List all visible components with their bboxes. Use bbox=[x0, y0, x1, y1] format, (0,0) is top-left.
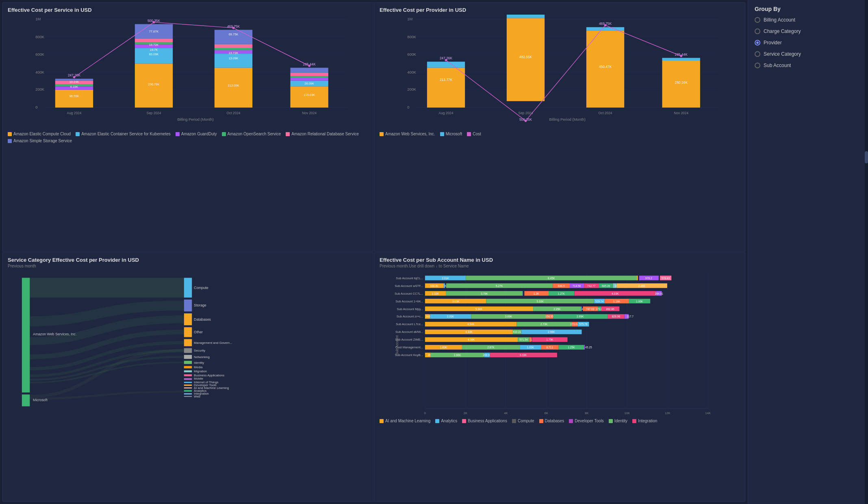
svg-point-95 bbox=[525, 120, 527, 122]
svg-rect-99 bbox=[22, 278, 30, 392]
svg-rect-90 bbox=[662, 58, 700, 61]
svg-text:685.26: 685.26 bbox=[602, 285, 610, 287]
legend-ec2-color bbox=[8, 132, 12, 136]
svg-text:Databases: Databases bbox=[194, 317, 211, 322]
svg-text:600K: 600K bbox=[407, 52, 417, 56]
legend-cost: Cost bbox=[467, 132, 481, 136]
svg-rect-131 bbox=[184, 387, 192, 389]
radio-billing-account[interactable]: Billing Account bbox=[755, 17, 861, 23]
radio-billing-account-circle[interactable] bbox=[755, 17, 760, 23]
svg-text:2.01K: 2.01K bbox=[442, 277, 449, 280]
svg-rect-49 bbox=[291, 78, 328, 81]
svg-text:Other: Other bbox=[194, 330, 203, 334]
svg-text:529.74: 529.74 bbox=[595, 300, 604, 303]
legend-eks: Amazon Elastic Container Service for Kub… bbox=[76, 132, 171, 136]
svg-text:0: 0 bbox=[35, 105, 37, 109]
radio-service-category-label: Service Category bbox=[764, 51, 801, 57]
scroll-indicator[interactable] bbox=[865, 0, 868, 504]
svg-rect-113 bbox=[184, 348, 192, 353]
svg-point-57 bbox=[73, 76, 76, 78]
radio-provider-circle[interactable] bbox=[755, 40, 760, 46]
svg-text:846.5: 846.5 bbox=[558, 285, 565, 287]
svg-text:213.77K: 213.77K bbox=[440, 78, 453, 82]
svg-rect-125 bbox=[184, 378, 192, 380]
svg-rect-47 bbox=[291, 86, 328, 107]
legend-s3: Amazon Simple Storage Service bbox=[8, 139, 72, 143]
svg-text:Oct 2024: Oct 2024 bbox=[227, 111, 241, 115]
legend-rds-label: Amazon Relational Database Service bbox=[291, 132, 359, 136]
svg-rect-129 bbox=[184, 385, 192, 386]
svg-text:Nov 2024: Nov 2024 bbox=[302, 111, 317, 115]
svg-text:1.75K: 1.75K bbox=[546, 338, 553, 341]
legend-cost-color bbox=[467, 132, 471, 136]
scroll-thumb[interactable] bbox=[865, 151, 868, 163]
svg-rect-36 bbox=[215, 54, 252, 68]
svg-text:976.2: 976.2 bbox=[645, 277, 652, 280]
svg-text:2.73K: 2.73K bbox=[540, 323, 548, 326]
radio-sub-account-circle[interactable] bbox=[755, 63, 760, 68]
svg-text:Sub Account HuyB...: Sub Account HuyB... bbox=[395, 353, 423, 357]
svg-text:Billing Period (Month): Billing Period (Month) bbox=[178, 117, 214, 122]
svg-rect-74 bbox=[427, 68, 465, 108]
svg-text:5.27K: 5.27K bbox=[496, 285, 503, 287]
svg-text:Aug 2024: Aug 2024 bbox=[67, 111, 82, 115]
svg-point-96 bbox=[604, 24, 607, 26]
svg-text:742.77: 742.77 bbox=[587, 285, 596, 287]
svg-text:1.06K: 1.06K bbox=[636, 300, 643, 303]
svg-text:77.87K: 77.87K bbox=[149, 30, 159, 33]
legend-compute-label: Compute bbox=[518, 419, 534, 423]
svg-rect-50 bbox=[291, 76, 328, 78]
svg-text:575.76: 575.76 bbox=[579, 323, 588, 326]
svg-text:26.09K: 26.09K bbox=[304, 82, 314, 85]
svg-rect-105 bbox=[184, 300, 192, 311]
svg-text:5.34K: 5.34K bbox=[475, 308, 483, 311]
svg-text:Sub Account Mpy...: Sub Account Mpy... bbox=[397, 307, 423, 311]
svg-text:Networking: Networking bbox=[194, 355, 210, 359]
radio-charge-category-circle[interactable] bbox=[755, 28, 760, 34]
svg-rect-117 bbox=[184, 361, 192, 364]
radio-charge-category[interactable]: Charge Category bbox=[755, 28, 861, 34]
legend-databases: Databases bbox=[539, 419, 564, 423]
legend-guardduty-color bbox=[176, 132, 180, 136]
svg-text:96.55K: 96.55K bbox=[69, 94, 79, 98]
svg-text:Cost Management...: Cost Management... bbox=[395, 345, 423, 349]
svg-text:2.66K: 2.66K bbox=[454, 354, 461, 356]
svg-text:12K: 12K bbox=[665, 411, 670, 415]
svg-rect-191 bbox=[523, 291, 523, 295]
svg-text:Storage: Storage bbox=[194, 303, 206, 307]
svg-rect-121 bbox=[184, 370, 192, 372]
svg-text:284.91: 284.91 bbox=[655, 292, 664, 295]
legend-integration: Integration bbox=[632, 419, 657, 423]
svg-text:829.98: 829.98 bbox=[612, 315, 621, 318]
svg-text:Sub Account aMW...: Sub Account aMW... bbox=[395, 330, 423, 334]
svg-text:3.79K: 3.79K bbox=[481, 292, 488, 295]
chart4-title: Effective Cost per Sub Account Name in U… bbox=[380, 257, 740, 263]
svg-text:13.09K: 13.09K bbox=[229, 56, 239, 60]
svg-rect-85 bbox=[586, 27, 624, 30]
svg-text:Identity: Identity bbox=[194, 361, 204, 365]
chart3-svg: Amazon Web Services, Inc. Microsoft Comp… bbox=[8, 270, 368, 416]
svg-text:2.35K: 2.35K bbox=[553, 308, 561, 311]
legend-ms: Microsoft bbox=[440, 132, 462, 136]
radio-provider[interactable]: Provider bbox=[755, 40, 861, 46]
svg-text:400K: 400K bbox=[407, 70, 417, 74]
right-sidebar: Group By Billing Account Charge Category… bbox=[748, 0, 868, 504]
radio-service-category-circle[interactable] bbox=[755, 51, 760, 57]
legend-ms-label: Microsoft bbox=[446, 132, 462, 136]
svg-point-60 bbox=[308, 65, 310, 67]
radio-service-category[interactable]: Service Category bbox=[755, 51, 861, 57]
legend-ai-ml-label: AI and Machine Learning bbox=[385, 419, 430, 423]
svg-rect-111 bbox=[184, 339, 192, 346]
legend-eks-color bbox=[76, 132, 80, 136]
svg-text:4.54K: 4.54K bbox=[467, 323, 475, 326]
svg-point-59 bbox=[232, 27, 235, 29]
radio-sub-account[interactable]: Sub Account bbox=[755, 63, 861, 68]
legend-rds-color bbox=[286, 132, 290, 136]
svg-text:279.04: 279.04 bbox=[570, 323, 579, 326]
svg-text:400K: 400K bbox=[35, 70, 45, 74]
svg-text:4.58K: 4.58K bbox=[468, 338, 475, 341]
svg-rect-51 bbox=[291, 73, 328, 76]
legend-bizapps: Business Applications bbox=[462, 419, 507, 423]
svg-text:1.2K: 1.2K bbox=[534, 292, 539, 295]
svg-text:892.86: 892.86 bbox=[606, 308, 614, 311]
